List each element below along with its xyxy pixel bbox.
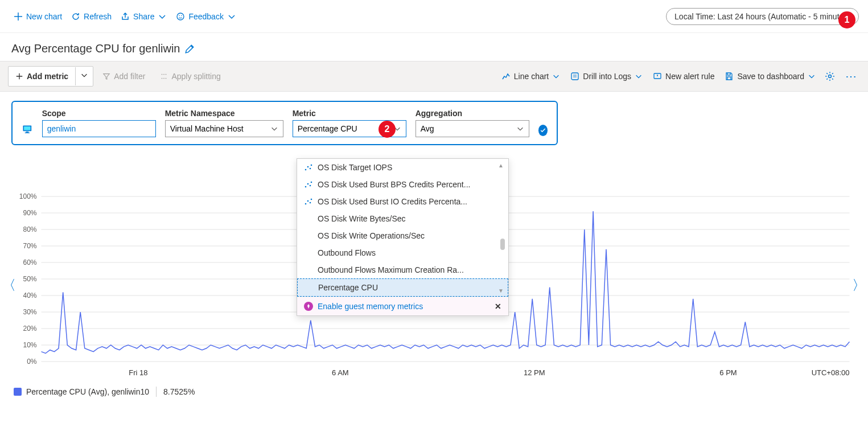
- metric-option[interactable]: OS Disk Write Bytes/Sec: [297, 210, 508, 227]
- chevron-down-icon: [158, 12, 167, 21]
- svg-text:100%: 100%: [19, 192, 37, 200]
- chevron-down-icon: [516, 125, 524, 133]
- metric-option[interactable]: Outbound Flows: [297, 244, 508, 261]
- scroll-down-arrow[interactable]: ▼: [498, 288, 504, 294]
- svg-text:60%: 60%: [23, 258, 36, 266]
- time-range-selector[interactable]: Local Time: Last 24 hours (Automatic - 5…: [666, 8, 859, 25]
- apply-splitting-button: Apply splitting: [154, 68, 226, 84]
- chevron-down-icon: [80, 71, 88, 79]
- close-icon[interactable]: ✕: [495, 302, 501, 311]
- chevron-down-icon: [552, 72, 560, 80]
- line-chart-selector[interactable]: Line chart: [500, 69, 561, 83]
- scroll-up-arrow[interactable]: ▲: [498, 162, 504, 169]
- svg-point-26: [310, 202, 311, 204]
- metric-option[interactable]: Percentage CPU: [297, 278, 508, 297]
- svg-text:0%: 0%: [27, 358, 37, 366]
- drill-logs-button[interactable]: Drill into Logs: [569, 69, 644, 83]
- chevron-down-icon: [227, 12, 236, 21]
- top-toolbar: New chart Refresh Share Feedback Local T…: [0, 0, 868, 33]
- callout-badge-2: 2: [379, 121, 396, 138]
- alert-icon: [653, 72, 662, 81]
- metric-dropdown[interactable]: ▲ OS Disk Target IOPSOS Disk Used Burst …: [297, 158, 509, 316]
- metric-config-card: Scope genliwin Metric Namespace Virtual …: [11, 101, 558, 145]
- config-apply-check[interactable]: [538, 125, 548, 136]
- metric-option[interactable]: Outbound Flows Maximum Creation Ra...: [297, 261, 508, 278]
- chevron-down-icon: [635, 72, 643, 80]
- save-icon: [725, 72, 734, 81]
- svg-point-16: [305, 169, 307, 171]
- svg-point-23: [311, 182, 312, 183]
- share-icon: [121, 12, 130, 21]
- scope-label: Scope: [42, 109, 156, 118]
- new-alert-button[interactable]: New alert rule: [652, 69, 715, 83]
- chart-title-row: Avg Percentage CPU for genliwin: [0, 33, 868, 61]
- legend-label: Percentage CPU (Avg), genliwin10: [26, 387, 149, 396]
- svg-text:6 PM: 6 PM: [719, 368, 737, 377]
- svg-point-3: [162, 74, 163, 75]
- aggregation-label: Aggregation: [416, 109, 529, 118]
- smiley-icon: [176, 12, 185, 21]
- svg-text:30%: 30%: [23, 308, 36, 316]
- chart-prev-button[interactable]: 〈: [2, 276, 16, 294]
- callout-badge-1: 1: [838, 11, 855, 28]
- svg-point-4: [164, 74, 165, 75]
- metric-toolbar: Add metric Add filter Apply splitting Li…: [0, 61, 868, 92]
- svg-point-19: [311, 165, 312, 166]
- svg-point-11: [829, 75, 832, 78]
- refresh-icon: [71, 12, 80, 21]
- svg-point-22: [310, 185, 311, 187]
- namespace-selector[interactable]: Virtual Machine Host: [165, 120, 283, 137]
- metric-option[interactable]: OS Disk Used Burst BPS Credits Percent..…: [297, 176, 508, 193]
- scrollbar-thumb[interactable]: [500, 239, 505, 250]
- filter-icon: [102, 72, 110, 80]
- svg-text:6 AM: 6 AM: [332, 368, 349, 377]
- svg-rect-14: [26, 132, 28, 133]
- metric-option[interactable]: OS Disk Write Operations/Sec: [297, 227, 508, 244]
- svg-point-20: [305, 186, 307, 188]
- svg-text:90%: 90%: [23, 209, 36, 217]
- svg-point-24: [305, 203, 307, 205]
- scatter-icon: [304, 163, 313, 172]
- chart-legend: Percentage CPU (Avg), genliwin10 8.7525%: [11, 381, 857, 403]
- add-metric-button[interactable]: Add metric: [8, 66, 93, 87]
- scatter-icon: [304, 180, 313, 189]
- chevron-down-icon: [270, 125, 278, 133]
- add-metric-chevron[interactable]: [76, 67, 93, 86]
- plus-icon: [14, 12, 23, 21]
- svg-rect-9: [571, 73, 578, 80]
- svg-point-7: [164, 78, 165, 79]
- svg-point-2: [182, 15, 183, 16]
- aggregation-selector[interactable]: Avg: [416, 120, 529, 137]
- line-chart-icon: [501, 72, 511, 81]
- svg-point-17: [307, 166, 309, 168]
- more-options-button[interactable]: ⋯: [843, 69, 860, 83]
- split-icon: [160, 72, 168, 80]
- scope-selector[interactable]: genliwin: [42, 120, 156, 137]
- settings-icon[interactable]: [825, 71, 835, 81]
- svg-text:UTC+08:00: UTC+08:00: [812, 368, 850, 377]
- metric-option[interactable]: OS Disk Used Burst IO Credits Percenta..…: [297, 193, 508, 210]
- svg-text:80%: 80%: [23, 225, 36, 233]
- chevron-down-icon: [808, 72, 816, 80]
- feedback-button[interactable]: Feedback: [171, 9, 240, 24]
- svg-point-18: [310, 168, 311, 170]
- svg-point-5: [166, 74, 167, 75]
- refresh-button[interactable]: Refresh: [67, 9, 116, 24]
- svg-text:20%: 20%: [23, 325, 36, 333]
- metric-option[interactable]: OS Disk Target IOPS: [297, 159, 508, 176]
- enable-guest-memory-link[interactable]: Enable guest memory metrics ✕: [297, 297, 508, 315]
- share-button[interactable]: Share: [116, 9, 171, 24]
- chart-next-button[interactable]: 〉: [852, 276, 866, 294]
- svg-point-25: [307, 200, 309, 202]
- save-dashboard-button[interactable]: Save to dashboard: [723, 69, 817, 83]
- logs-icon: [570, 72, 579, 81]
- svg-point-8: [166, 78, 167, 79]
- svg-point-1: [179, 15, 180, 16]
- svg-point-0: [177, 13, 184, 20]
- new-chart-button[interactable]: New chart: [9, 9, 67, 24]
- edit-title-icon[interactable]: [184, 44, 195, 54]
- add-filter-button: Add filter: [97, 68, 151, 84]
- svg-rect-15: [25, 133, 30, 133]
- plus-icon: [15, 72, 23, 80]
- svg-text:10%: 10%: [23, 341, 36, 349]
